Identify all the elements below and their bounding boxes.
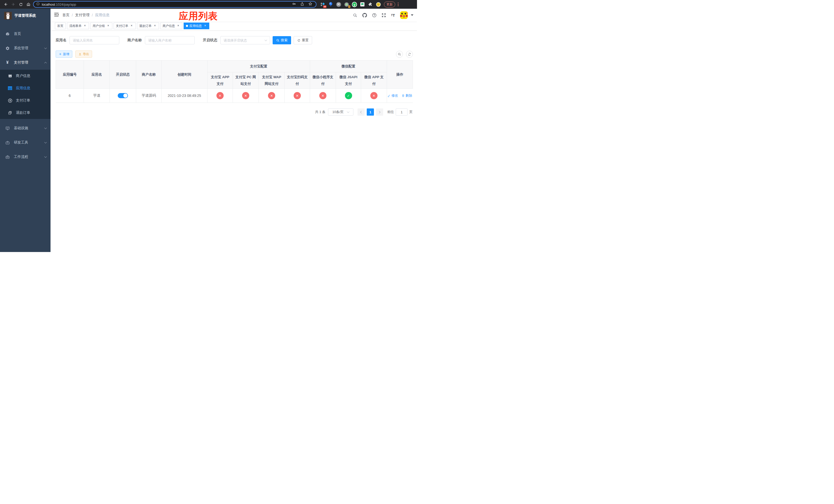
- extension-balloon-icon[interactable]: [328, 2, 333, 7]
- address-bar[interactable]: localhost:1024/pay/app: [33, 1, 316, 8]
- cell-wx-mini: ✕: [310, 89, 336, 103]
- merchant-name-input[interactable]: [148, 39, 191, 42]
- browser-reload-icon[interactable]: [19, 3, 23, 6]
- sidebar-item-label: 应用信息: [16, 86, 46, 91]
- extension-y-icon[interactable]: y: [352, 2, 357, 7]
- extension-tabs-icon[interactable]: 10: [320, 2, 325, 7]
- sidebar-item-payment[interactable]: ¥ 支付管理: [0, 55, 50, 70]
- page-unit-label: 页: [409, 110, 413, 114]
- help-icon[interactable]: [372, 13, 376, 18]
- cell-alipay-app: ✕: [207, 89, 233, 103]
- app-name-input-wrap: [69, 36, 119, 44]
- page-size-select[interactable]: 10条/页: [328, 109, 353, 116]
- col-header-alipay-pc: 支付宝 PC 网站支付: [233, 72, 259, 89]
- tag-pay-order[interactable]: 支付订单×: [114, 23, 136, 29]
- sidebar-item-label: 工作流程: [14, 155, 45, 159]
- edit-link[interactable]: 修改: [388, 93, 398, 98]
- close-icon[interactable]: ×: [203, 24, 207, 28]
- share-icon[interactable]: [300, 2, 304, 7]
- close-icon[interactable]: ×: [130, 24, 133, 28]
- github-icon[interactable]: [363, 13, 367, 18]
- reset-button[interactable]: 重置: [294, 36, 312, 44]
- status-badge: ✓: [345, 92, 352, 99]
- sidebar-item-workflow[interactable]: 工作流程: [0, 150, 50, 164]
- tag-home[interactable]: 首页: [55, 23, 66, 29]
- col-header-actions: 操作: [387, 61, 413, 89]
- close-icon[interactable]: ×: [153, 24, 157, 28]
- sidebar-item-refund-order[interactable]: 退款订单: [0, 107, 50, 119]
- sidebar-item-devtools[interactable]: 研发工具: [0, 135, 50, 150]
- profile-avatar-icon[interactable]: [376, 2, 381, 7]
- page-number-1[interactable]: 1: [367, 109, 374, 116]
- fullscreen-icon[interactable]: [381, 13, 386, 18]
- browser-back-icon[interactable]: [4, 2, 8, 6]
- app-name-label: 应用名: [56, 38, 66, 43]
- extension-recorder-icon[interactable]: 1: [344, 2, 349, 7]
- browser-forward-icon[interactable]: [11, 2, 15, 6]
- sidebar-item-system[interactable]: 系统管理: [0, 41, 50, 55]
- browser-menu-icon[interactable]: [398, 3, 398, 6]
- chevron-down-icon: [44, 141, 47, 143]
- browser-home-icon[interactable]: [26, 2, 30, 6]
- goto-label: 前往: [387, 110, 394, 114]
- tag-user-group[interactable]: 用户分组×: [90, 23, 112, 29]
- close-icon[interactable]: ×: [106, 24, 110, 28]
- pagination: 共 1 条 10条/页 1 前往 页: [56, 109, 413, 116]
- status-toggle[interactable]: [118, 93, 128, 98]
- user-avatar[interactable]: [400, 11, 408, 19]
- goto-page-input[interactable]: [396, 109, 408, 116]
- sidebar-item-label: 商户信息: [16, 74, 46, 78]
- yen-icon: ¥: [5, 60, 10, 65]
- sidebar-item-label: 支付管理: [14, 60, 45, 65]
- search-button[interactable]: 搜索: [272, 36, 291, 44]
- next-page-button[interactable]: [376, 109, 383, 116]
- chevron-down-icon: [347, 111, 350, 113]
- sidebar-item-merchant-info[interactable]: 商户信息: [0, 70, 50, 82]
- cell-wx-jsapi: ✓: [336, 89, 361, 103]
- extensions-puzzle-icon[interactable]: [368, 2, 373, 7]
- tag-app-info[interactable]: 应用信息×: [184, 23, 209, 29]
- extension-chat-icon[interactable]: [360, 2, 365, 7]
- browser-update-button[interactable]: 更新: [384, 2, 395, 7]
- app-name-input[interactable]: [73, 39, 116, 42]
- font-size-icon[interactable]: TT: [391, 13, 395, 18]
- status-select[interactable]: [220, 36, 270, 44]
- cell-actions: 修改 删除: [387, 89, 413, 103]
- close-icon[interactable]: ×: [176, 24, 180, 28]
- tag-process-form[interactable]: 流程表单×: [67, 23, 89, 29]
- sidebar-item-infrastructure[interactable]: 基础设施: [0, 121, 50, 135]
- close-icon[interactable]: ×: [83, 24, 87, 28]
- app-logo-row[interactable]: 芋道管理系统: [0, 9, 50, 23]
- prev-page-button[interactable]: [357, 109, 365, 116]
- header-search-icon[interactable]: [353, 13, 357, 18]
- url-text[interactable]: localhost:1024/pay/app: [42, 3, 292, 6]
- tag-merchant-info[interactable]: 商户信息×: [160, 23, 182, 29]
- export-button[interactable]: 导出: [75, 50, 92, 58]
- col-header-alipay-wap: 支付宝 WAP 网站支付: [259, 72, 285, 89]
- sidebar-item-app-info[interactable]: 应用信息: [0, 82, 50, 94]
- breadcrumb-home[interactable]: 首页: [62, 13, 69, 18]
- bookmark-star-icon[interactable]: [308, 2, 312, 7]
- site-info-icon[interactable]: [36, 2, 40, 7]
- chevron-left-icon: [360, 111, 363, 113]
- sidebar-item-home[interactable]: 首页: [0, 27, 50, 41]
- delete-link[interactable]: 删除: [402, 93, 412, 98]
- breadcrumb-payment[interactable]: 支付管理: [75, 13, 89, 18]
- tag-refund-order[interactable]: 退款订单×: [137, 23, 159, 29]
- breadcrumb-separator: /: [72, 13, 73, 17]
- total-count: 共 1 条: [315, 110, 326, 114]
- col-header-wx-app: 微信 APP 支付: [361, 72, 387, 89]
- password-key-icon[interactable]: [292, 2, 296, 7]
- sidebar: 芋道管理系统 首页 系统管理 ¥ 支付管理 商户信息: [0, 9, 50, 252]
- col-group-wechat: 微信配置: [310, 61, 387, 72]
- add-button[interactable]: 新增: [56, 50, 72, 58]
- avatar-caret-icon[interactable]: [411, 14, 413, 16]
- sidebar-item-pay-order[interactable]: 支付订单: [0, 94, 50, 107]
- monitor-icon: [5, 126, 10, 131]
- refresh-table-button[interactable]: [406, 51, 413, 58]
- chevron-up-icon: [44, 62, 47, 64]
- status-select-input[interactable]: [224, 39, 265, 42]
- sidebar-fold-icon[interactable]: [54, 13, 59, 18]
- toggle-search-button[interactable]: [396, 51, 403, 58]
- extension-command-icon[interactable]: ⌘: [336, 2, 341, 7]
